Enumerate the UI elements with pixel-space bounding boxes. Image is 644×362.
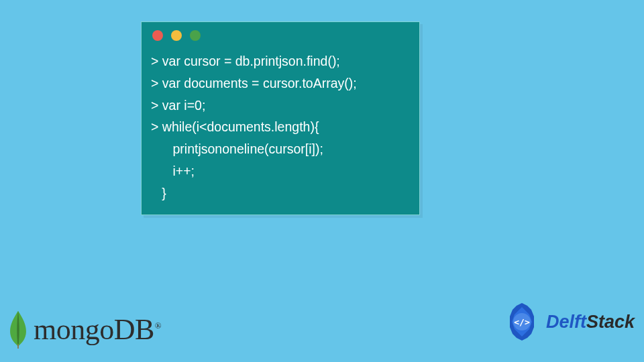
- terminal-titlebar: [142, 22, 419, 46]
- delftstack-badge-icon: </>: [502, 302, 542, 342]
- code-line: }: [151, 182, 410, 204]
- code-line: > var documents = cursor.toArray();: [151, 72, 410, 95]
- close-icon: [152, 30, 163, 41]
- mongodb-wordmark: mongoDB®: [34, 312, 161, 347]
- code-line: > while(i<documents.length){: [151, 116, 410, 138]
- code-line: > var cursor = db.printjson.find();: [151, 50, 410, 72]
- mongodb-text: mongoDB: [34, 313, 154, 346]
- terminal-window: > var cursor = db.printjson.find(); > va…: [141, 21, 420, 215]
- svg-rect-0: [17, 344, 19, 349]
- registered-icon: ®: [155, 320, 161, 330]
- code-line: printjsononeline(cursor[i]);: [151, 138, 410, 160]
- minimize-icon: [171, 30, 182, 41]
- delftstack-wordmark: DelftStack: [546, 312, 635, 333]
- terminal-body: > var cursor = db.printjson.find(); > va…: [142, 46, 419, 215]
- svg-text:</>: </>: [514, 317, 530, 327]
- maximize-icon: [190, 30, 201, 41]
- code-line: i++;: [151, 160, 410, 182]
- mongodb-logo: mongoDB®: [7, 310, 161, 349]
- mongodb-leaf-icon: [7, 310, 30, 349]
- delft-text-dark: Stack: [586, 312, 635, 332]
- delft-text-blue: Delft: [546, 312, 586, 332]
- code-line: > var i=0;: [151, 95, 410, 117]
- delftstack-logo: </> DelftStack: [502, 302, 635, 342]
